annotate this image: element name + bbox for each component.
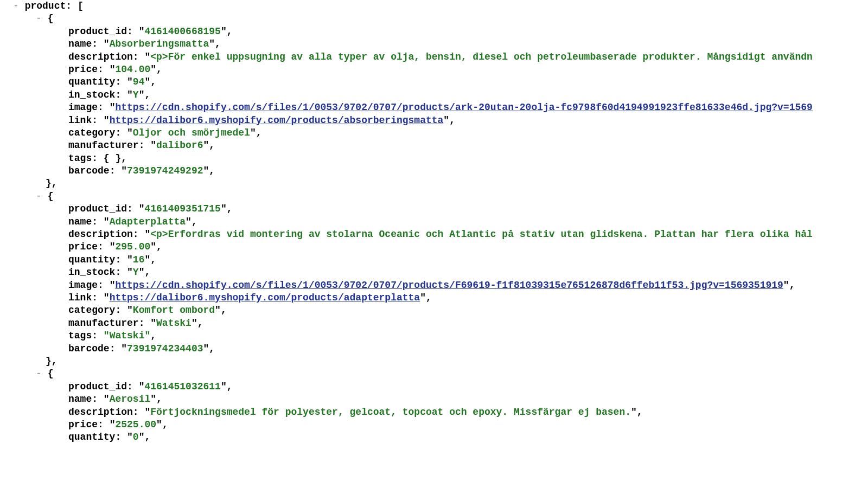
field-key: description [68,52,133,62]
collapse-toggle-icon[interactable]: - [13,1,19,11]
field-value: { } [104,153,121,164]
field-row: product_id: "4161400668195", [0,25,868,38]
field-key: image [68,280,98,291]
field-key: tags [68,153,92,164]
collapse-toggle-icon[interactable]: - [36,13,42,24]
field-value: 0 [133,432,139,442]
field-value: Förtjockningsmedel för polyester, gelcoa… [150,407,631,418]
field-key: link [68,115,92,126]
field-key: in_stock [68,267,115,278]
field-row: quantity: "16", [0,254,868,266]
field-key: barcode [68,165,110,176]
field-row: description: "<p>För enkel uppsugning av… [0,51,868,63]
field-key: product_id [68,381,127,392]
root-line: - product: [ [0,0,868,12]
field-row: name: "Aerosil", [0,393,868,406]
url-link[interactable]: https://cdn.shopify.com/s/files/1/0053/9… [115,102,812,113]
field-value: Y [133,89,139,100]
field-row: barcode: "7391974249292", [0,165,868,177]
field-value: 7391974234403 [127,343,203,354]
field-value: Y [133,267,139,278]
field-row: image: "https://cdn.shopify.com/s/files/… [0,279,868,292]
field-key: category [68,305,115,316]
field-key: quantity [68,432,115,442]
field-value: Adapterplatta [110,216,186,227]
collapse-toggle-icon[interactable]: - [36,191,42,202]
field-value: 16 [133,254,145,265]
field-row: name: "Absorberingsmatta", [0,38,868,50]
field-key: image [68,102,98,113]
url-link[interactable]: https://dalibor6.myshopify.com/products/… [110,292,420,303]
object-close: }, [0,355,868,368]
field-value: 295.00 [115,241,150,252]
root-key: product [25,1,66,11]
field-key: in_stock [68,89,115,100]
field-key: category [68,127,115,138]
field-row: description: "Förtjockningsmedel för pol… [0,406,868,419]
field-row: barcode: "7391974234403", [0,343,868,355]
field-row: manufacturer: "Watski", [0,317,868,330]
field-value: 104.00 [115,64,150,75]
field-value: <p>För enkel uppsugning av alla typer av… [150,52,813,62]
field-key: product_id [68,203,127,214]
field-key: name [68,394,92,404]
field-row: link: "https://dalibor6.myshopify.com/pr… [0,292,868,304]
field-value: 94 [133,76,145,87]
field-value: <p>Erfordras vid montering av stolarna O… [150,229,813,240]
field-row: name: "Adapterplatta", [0,216,868,228]
object-open: - { [0,368,868,380]
field-key: manufacturer [68,140,139,151]
field-row: product_id: "4161409351715", [0,203,868,215]
field-value: 4161451032611 [144,381,220,392]
field-row: category: "Oljor och smörjmedel", [0,127,868,139]
field-row: product_id: "4161451032611", [0,381,868,393]
field-key: price [68,419,98,430]
field-row: price: "2525.00", [0,419,868,431]
json-tree-viewer: - product: [ - { product_id: "4161400668… [0,0,868,455]
field-key: price [68,64,98,75]
field-row: description: "<p>Erfordras vid montering… [0,228,868,241]
object-close: }, [0,177,868,190]
field-row: in_stock: "Y", [0,89,868,101]
url-link[interactable]: https://dalibor6.myshopify.com/products/… [110,115,444,126]
field-value: 7391974249292 [127,165,203,176]
field-value: Watski [156,318,192,329]
field-key: name [68,216,92,227]
field-value: dalibor6 [156,140,203,151]
object-open: - { [0,12,868,25]
field-key: tags [68,330,92,341]
field-value: Absorberingsmatta [110,38,209,49]
field-row: price: "104.00", [0,63,868,76]
field-key: description [68,407,133,418]
field-value: 4161400668195 [144,26,220,37]
field-row: tags: "Watski", [0,330,868,342]
field-value: 4161409351715 [144,203,220,214]
field-value: "Watski" [104,330,150,341]
collapse-toggle-icon[interactable]: - [36,368,42,379]
url-link[interactable]: https://cdn.shopify.com/s/files/1/0053/9… [115,280,783,291]
field-key: name [68,38,92,49]
field-row: tags: { }, [0,152,868,165]
field-row: image: "https://cdn.shopify.com/s/files/… [0,101,868,114]
field-value: Aerosil [110,394,151,404]
field-key: price [68,241,98,252]
field-row: in_stock: "Y", [0,266,868,279]
field-value: 2525.00 [115,419,156,430]
field-key: barcode [68,343,110,354]
object-open: - { [0,190,868,203]
field-row: link: "https://dalibor6.myshopify.com/pr… [0,114,868,127]
field-row: price: "295.00", [0,241,868,253]
field-value: Oljor och smörjmedel [133,127,250,138]
field-key: quantity [68,76,115,87]
field-value: Komfort ombord [133,305,215,316]
field-key: product_id [68,26,127,37]
field-row: quantity: "0", [0,431,868,444]
field-key: manufacturer [68,318,139,329]
field-row: quantity: "94", [0,76,868,88]
field-key: link [68,292,92,303]
field-key: quantity [68,254,115,265]
field-row: category: "Komfort ombord", [0,304,868,317]
field-key: description [68,229,133,240]
field-row: manufacturer: "dalibor6", [0,139,868,152]
